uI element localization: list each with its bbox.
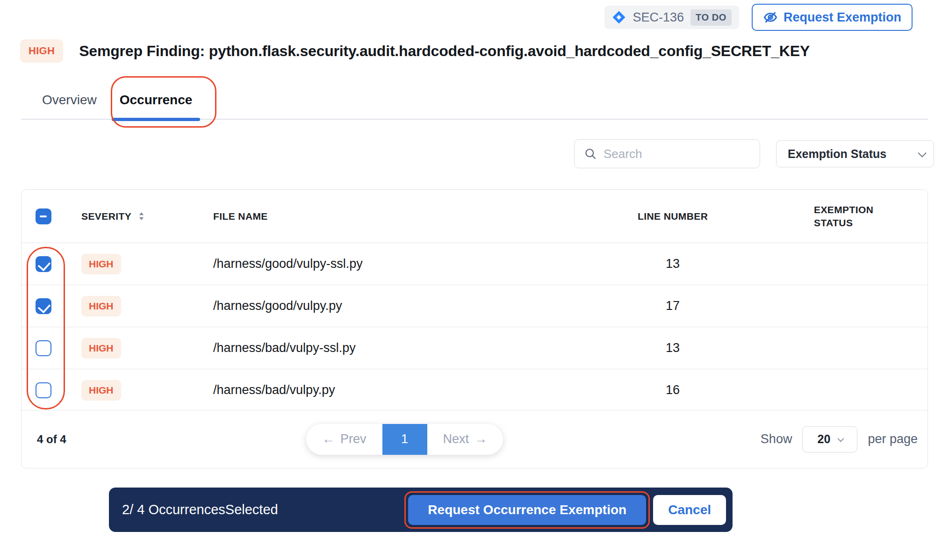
issue-key: SEC-136 [633, 10, 684, 25]
search-input[interactable] [604, 147, 760, 161]
row-count-label: 4 of 4 [22, 433, 66, 446]
page-title: Semgrep Finding: python.flask.security.a… [79, 43, 810, 60]
tab-overview[interactable]: Overview [42, 93, 97, 119]
tab-occurrence[interactable]: Occurrence [120, 93, 193, 119]
selection-count-label: 2/ 4 OccurrencesSelected [122, 502, 408, 517]
exemption-status-filter[interactable]: Exemption Status [776, 140, 934, 167]
search-icon [584, 147, 597, 160]
jira-diamond-icon [612, 10, 626, 24]
cancel-button[interactable]: Cancel [653, 495, 726, 525]
line-number: 17 [638, 299, 814, 313]
severity-badge: HIGH [20, 39, 63, 63]
column-header-exemption-status: EXEMPTION STATUS [814, 203, 889, 229]
selection-bar-buttons: Request Occurrence Exemption Cancel [408, 495, 726, 525]
top-action-cluster: SEC-136 TO DO Request Exemption [604, 4, 913, 31]
page-size-cluster: Show 20 per page [761, 426, 918, 452]
exemption-status-filter-label: Exemption Status [788, 147, 886, 161]
occurrences-table: SEVERITY FILE NAME LINE NUMBER EXEMPTION… [21, 189, 928, 468]
severity-badge: HIGH [81, 296, 121, 316]
arrow-left-icon [322, 432, 335, 446]
line-number: 13 [638, 257, 814, 271]
jira-issue-chip[interactable]: SEC-136 TO DO [604, 6, 739, 29]
table-header-row: SEVERITY FILE NAME LINE NUMBER EXEMPTION… [22, 190, 927, 243]
column-header-file-name: FILE NAME [213, 210, 638, 223]
table-row: HIGH /harness/good/vulpy-ssl.py 13 [22, 243, 927, 285]
table-row: HIGH /harness/bad/vulpy.py 16 [22, 369, 927, 411]
file-name: /harness/bad/vulpy-ssl.py [213, 341, 638, 355]
table-row: HIGH /harness/good/vulpy.py 17 [22, 285, 927, 327]
row-checkbox[interactable] [36, 340, 51, 356]
table-toolbar: Exemption Status [574, 139, 934, 168]
select-all-checkbox[interactable] [36, 208, 51, 224]
column-header-severity[interactable]: SEVERITY [81, 210, 131, 223]
prev-page-button[interactable]: Prev [306, 424, 382, 455]
selection-action-bar: 2/ 4 OccurrencesSelected Request Occurre… [109, 488, 733, 532]
per-page-label: per page [868, 432, 918, 446]
line-number: 13 [638, 341, 814, 355]
issue-status-badge: TO DO [690, 9, 732, 26]
next-page-button[interactable]: Next [427, 424, 503, 455]
file-name: /harness/good/vulpy.py [213, 299, 638, 313]
next-label: Next [443, 432, 469, 446]
table-row: HIGH /harness/bad/vulpy-ssl.py 13 [22, 327, 927, 369]
finding-detail-page: SEC-136 TO DO Request Exemption HIGH Sem… [0, 0, 949, 560]
tab-bar: Overview Occurrence [21, 74, 928, 120]
page-size-select[interactable]: 20 [802, 426, 857, 452]
column-header-line-number: LINE NUMBER [638, 210, 814, 223]
row-checkbox[interactable] [36, 382, 51, 398]
page-number-button[interactable]: 1 [382, 424, 427, 455]
file-name: /harness/good/vulpy-ssl.py [213, 257, 638, 271]
file-name: /harness/bad/vulpy.py [213, 383, 638, 397]
chevron-down-icon [838, 435, 844, 442]
title-row: HIGH Semgrep Finding: python.flask.secur… [20, 39, 928, 63]
request-exemption-button[interactable]: Request Exemption [752, 4, 913, 31]
eye-off-icon [763, 10, 778, 25]
arrow-right-icon [474, 432, 487, 446]
table-footer: 4 of 4 Prev 1 Next Show 20 per page [22, 410, 927, 468]
sort-arrows-icon[interactable] [138, 211, 145, 221]
show-label: Show [761, 432, 792, 446]
row-checkbox[interactable] [36, 298, 51, 314]
severity-badge: HIGH [81, 254, 121, 274]
page-size-value: 20 [818, 432, 831, 446]
search-box [574, 139, 760, 168]
row-checkbox[interactable] [36, 256, 51, 272]
line-number: 16 [638, 383, 814, 397]
request-occurrence-exemption-button[interactable]: Request Occurrence Exemption [408, 495, 646, 525]
severity-badge: HIGH [81, 380, 121, 401]
prev-label: Prev [340, 432, 367, 446]
request-exemption-label: Request Exemption [784, 10, 901, 25]
chevron-down-icon [918, 149, 926, 157]
severity-badge: HIGH [81, 338, 121, 359]
pagination: Prev 1 Next [306, 424, 503, 455]
